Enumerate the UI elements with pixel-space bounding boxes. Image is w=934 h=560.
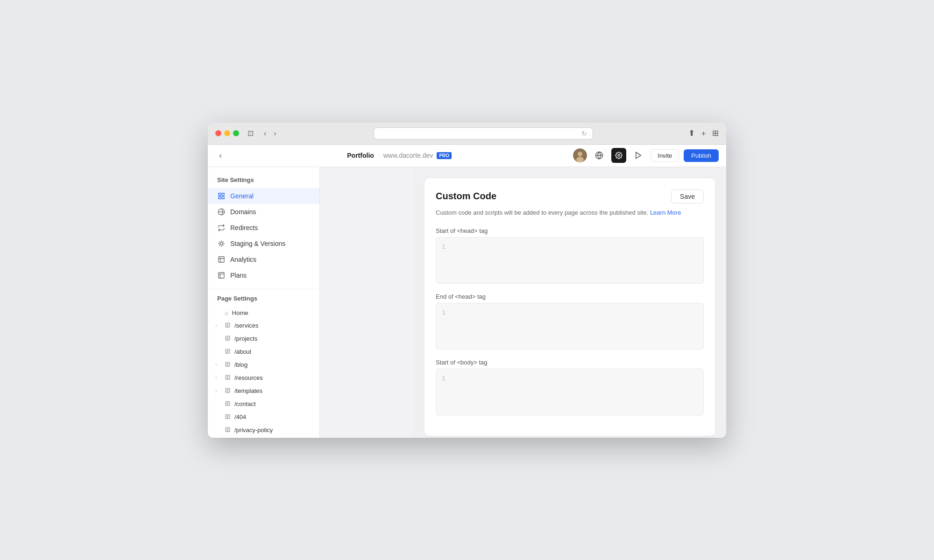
back-button[interactable]: ‹ bbox=[215, 149, 226, 162]
address-bar-wrap: ↻ bbox=[284, 127, 683, 140]
settings-btn[interactable] bbox=[611, 148, 626, 163]
top-bar-center: Portfolio · www.dacorte.dev PRO bbox=[347, 152, 452, 159]
svg-rect-15 bbox=[219, 273, 224, 278]
learn-more-link[interactable]: Learn More bbox=[650, 209, 681, 216]
play-btn[interactable] bbox=[631, 148, 646, 163]
svg-rect-7 bbox=[219, 193, 221, 196]
templates-label: /templates bbox=[234, 387, 262, 394]
sidebar-item-plans[interactable]: Plans bbox=[208, 267, 319, 283]
sidebar-item-analytics[interactable]: Analytics bbox=[208, 252, 319, 267]
sidebar-item-redirects[interactable]: Redirects bbox=[208, 220, 319, 236]
plans-label: Plans bbox=[230, 272, 247, 279]
invite-button[interactable]: Invite bbox=[651, 149, 679, 162]
traffic-lights bbox=[215, 130, 239, 136]
sidebar: Site Settings General bbox=[208, 167, 320, 438]
traffic-light-red[interactable] bbox=[215, 130, 221, 136]
play-icon bbox=[634, 151, 643, 160]
head-start-editor[interactable]: 1 bbox=[436, 237, 704, 284]
pro-badge: PRO bbox=[437, 152, 452, 159]
blog-icon bbox=[225, 361, 231, 369]
save-button[interactable]: Save bbox=[671, 189, 704, 203]
svg-point-5 bbox=[618, 154, 620, 156]
forward-nav-btn[interactable]: › bbox=[272, 129, 278, 138]
head-end-editor[interactable]: 1 bbox=[436, 303, 704, 350]
home-label: Home bbox=[232, 309, 248, 316]
page-item-home[interactable]: ⌂ Home bbox=[208, 307, 319, 319]
privacy-icon bbox=[225, 427, 231, 434]
analytics-icon bbox=[217, 255, 226, 264]
domains-icon bbox=[217, 208, 226, 216]
globe-btn[interactable] bbox=[592, 148, 607, 163]
new-tab-btn[interactable]: ＋ bbox=[700, 128, 708, 139]
browser-window: ⊡ ‹ › ↻ ⬆ ＋ ⊞ ‹ Portfolio · www.dacorte.… bbox=[208, 123, 726, 438]
page-item-privacy[interactable]: /privacy-policy bbox=[208, 424, 319, 437]
svg-point-2 bbox=[576, 157, 584, 162]
resources-label: /resources bbox=[234, 374, 263, 381]
resources-chevron: › bbox=[215, 375, 221, 380]
page-item-templates[interactable]: › /templates bbox=[208, 385, 319, 398]
traffic-light-green[interactable] bbox=[233, 130, 239, 136]
top-bar-right: Invite Publish bbox=[573, 148, 719, 163]
staging-label: Staging & Versions bbox=[230, 240, 285, 247]
browser-chrome: ⊡ ‹ › ↻ ⬆ ＋ ⊞ bbox=[208, 123, 726, 145]
svg-rect-9 bbox=[222, 196, 224, 199]
services-icon bbox=[225, 322, 231, 329]
top-bar: ‹ Portfolio · www.dacorte.dev PRO bbox=[208, 145, 726, 167]
templates-icon bbox=[225, 387, 231, 395]
page-item-terms[interactable]: /terms-of-service bbox=[208, 437, 319, 438]
contact-icon bbox=[225, 400, 231, 408]
address-bar[interactable]: ↻ bbox=[374, 127, 593, 140]
middle-panel bbox=[320, 167, 413, 438]
traffic-light-yellow[interactable] bbox=[224, 130, 230, 136]
publish-button[interactable]: Publish bbox=[684, 149, 719, 162]
site-name: Portfolio bbox=[347, 152, 374, 159]
browser-nav: ‹ › bbox=[262, 129, 278, 138]
site-settings-title: Site Settings bbox=[208, 176, 319, 188]
globe-icon bbox=[595, 151, 603, 160]
browser-actions: ⬆ ＋ ⊞ bbox=[688, 128, 719, 139]
page-item-contact[interactable]: /contact bbox=[208, 398, 319, 411]
body-start-line-number: 1 bbox=[442, 375, 446, 382]
resources-icon bbox=[225, 374, 231, 382]
contact-label: /contact bbox=[234, 400, 256, 407]
page-item-projects[interactable]: /projects bbox=[208, 332, 319, 345]
page-item-services[interactable]: › /services bbox=[208, 319, 319, 332]
share-btn[interactable]: ⬆ bbox=[688, 128, 695, 138]
avatar-image bbox=[573, 148, 587, 162]
page-item-404[interactable]: /404 bbox=[208, 411, 319, 424]
card-description: Custom code and scripts will be added to… bbox=[436, 209, 704, 216]
404-icon bbox=[225, 413, 231, 421]
redirects-icon bbox=[217, 224, 226, 232]
page-item-resources[interactable]: › /resources bbox=[208, 371, 319, 385]
site-url: www.dacorte.dev bbox=[383, 152, 433, 159]
page-item-about[interactable]: /about bbox=[208, 345, 319, 358]
head-end-line-number: 1 bbox=[442, 309, 446, 316]
redirects-label: Redirects bbox=[230, 224, 258, 231]
head-start-label: Start of <head> tag bbox=[436, 227, 704, 234]
services-label: /services bbox=[234, 322, 258, 329]
about-icon bbox=[225, 348, 231, 356]
plans-icon bbox=[217, 271, 226, 280]
sidebar-item-general[interactable]: General bbox=[208, 188, 319, 204]
gear-icon bbox=[615, 152, 623, 159]
avatar bbox=[573, 148, 587, 162]
sidebar-item-domains[interactable]: Domains bbox=[208, 204, 319, 220]
about-label: /about bbox=[234, 348, 251, 355]
back-nav-btn[interactable]: ‹ bbox=[262, 129, 268, 138]
sidebar-toggle-btn[interactable]: ⊡ bbox=[245, 128, 256, 139]
page-item-blog[interactable]: › /blog bbox=[208, 358, 319, 371]
svg-marker-6 bbox=[636, 152, 641, 159]
reload-icon[interactable]: ↻ bbox=[581, 130, 587, 137]
svg-rect-10 bbox=[219, 196, 221, 199]
privacy-label: /privacy-policy bbox=[234, 427, 273, 434]
sidebar-item-staging[interactable]: Staging & Versions bbox=[208, 236, 319, 252]
content-panel: Custom Code Save Custom code and scripts… bbox=[413, 167, 726, 438]
body-start-editor[interactable]: 1 bbox=[436, 369, 704, 415]
head-end-label: End of <head> tag bbox=[436, 293, 704, 300]
top-bar-left: ‹ bbox=[215, 149, 226, 162]
services-chevron: › bbox=[215, 323, 221, 328]
grid-btn[interactable]: ⊞ bbox=[712, 128, 719, 138]
projects-label: /projects bbox=[234, 335, 257, 342]
svg-point-1 bbox=[578, 152, 582, 156]
custom-code-card: Custom Code Save Custom code and scripts… bbox=[425, 178, 715, 436]
